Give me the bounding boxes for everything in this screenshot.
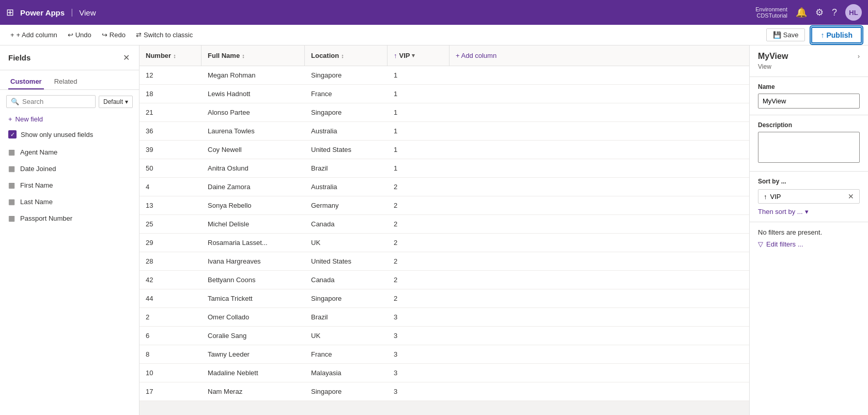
then-sort-label: Then sort by ...	[758, 208, 803, 216]
right-panel-header: MyView ›	[750, 45, 868, 63]
field-item-agent-name[interactable]: ▦ Agent Name	[0, 144, 139, 160]
tab-related[interactable]: Related	[52, 74, 80, 89]
sidebar-header: Fields ✕	[0, 45, 139, 70]
col-header-location[interactable]: Location ↕	[305, 45, 388, 66]
search-filter-dropdown[interactable]: Default ▾	[99, 96, 133, 108]
field-icon: ▦	[8, 148, 15, 156]
right-panel-expand-icon[interactable]: ›	[858, 53, 860, 60]
new-field-label: New field	[16, 115, 43, 123]
filter-icon: ▽	[758, 240, 763, 248]
table-row[interactable]: 21 Alonso Partee Singapore 1	[140, 103, 749, 122]
field-item-passport-number[interactable]: ▦ Passport Number	[0, 210, 139, 226]
col-header-vip[interactable]: ↑ VIP ▾	[388, 45, 450, 66]
show-unused-label[interactable]: Show only unused fields	[21, 131, 93, 139]
cell-location: Australia	[305, 178, 388, 196]
field-label: First Name	[20, 181, 53, 189]
table-row[interactable]: 17 Nam Meraz Singapore 3	[140, 382, 749, 401]
cell-location: France	[305, 85, 388, 103]
col-header-add[interactable]: + Add column	[450, 45, 749, 66]
then-sort-chevron-icon: ▾	[805, 208, 809, 216]
description-input[interactable]	[758, 132, 860, 163]
sidebar-tabs: Customer Related	[0, 70, 139, 90]
tab-customer[interactable]: Customer	[8, 74, 44, 89]
cell-location: Singapore	[305, 66, 388, 84]
sort-chip-icon: ↑	[764, 193, 767, 201]
table-row[interactable]: 4 Daine Zamora Australia 2	[140, 178, 749, 196]
cell-empty	[450, 271, 749, 289]
avatar[interactable]: HL	[845, 4, 862, 21]
table-row[interactable]: 8 Tawny Leeder France 3	[140, 345, 749, 364]
table-row[interactable]: 42 Bettyann Coons Canada 2	[140, 271, 749, 289]
cell-empty	[450, 215, 749, 233]
field-icon: ▦	[8, 181, 15, 189]
field-item-first-name[interactable]: ▦ First Name	[0, 177, 139, 193]
cell-fullname: Coy Newell	[202, 141, 305, 159]
publish-icon: ↑	[820, 31, 824, 39]
table-row[interactable]: 2 Omer Collado Brazil 3	[140, 308, 749, 327]
col-header-number[interactable]: Number ↕	[140, 45, 202, 66]
name-input[interactable]	[758, 94, 860, 109]
cell-location: Singapore	[305, 103, 388, 121]
cell-fullname: Sonya Rebello	[202, 196, 305, 214]
sort-chevron-vip: ▾	[412, 52, 415, 59]
add-column-button[interactable]: + + Add column	[6, 29, 61, 41]
help-icon[interactable]: ?	[832, 7, 837, 18]
switch-classic-button[interactable]: ⇄ Switch to classic	[132, 29, 197, 41]
sidebar-close-button[interactable]: ✕	[122, 52, 131, 64]
col-header-fullname[interactable]: Full Name ↕	[202, 45, 305, 66]
cell-empty	[450, 141, 749, 159]
field-list: ▦ Agent Name ▦ Date Joined ▦ First Name …	[0, 144, 139, 415]
then-sort-row[interactable]: Then sort by ... ▾	[758, 204, 860, 216]
notification-icon[interactable]: 🔔	[796, 7, 807, 18]
waffle-icon[interactable]: ⊞	[6, 7, 14, 18]
top-bar-icons: 🔔 ⚙ ? HL	[796, 4, 862, 21]
cell-empty	[450, 159, 749, 177]
cell-fullname: Michel Delisle	[202, 215, 305, 233]
show-unused-checkbox[interactable]	[8, 130, 17, 139]
description-section: Description	[750, 115, 868, 171]
no-filters-text: No filters are present.	[758, 228, 860, 236]
save-button[interactable]: 💾 Save	[766, 28, 805, 41]
add-column-label: + Add column	[17, 31, 57, 39]
search-input[interactable]	[22, 98, 91, 105]
search-box: 🔍	[6, 95, 96, 108]
table-row[interactable]: 6 Coralie Sang UK 3	[140, 327, 749, 345]
sort-chip-remove-button[interactable]: ✕	[848, 192, 854, 201]
table-row[interactable]: 13 Sonya Rebello Germany 2	[140, 196, 749, 215]
table-row[interactable]: 50 Anitra Oslund Brazil 1	[140, 159, 749, 178]
publish-button[interactable]: ↑ Publish	[811, 27, 862, 43]
col-vip-label: VIP	[399, 52, 410, 59]
cell-empty	[450, 252, 749, 270]
table-row[interactable]: 36 Laurena Towles Australia 1	[140, 122, 749, 141]
col-number-label: Number	[146, 52, 171, 59]
field-item-date-joined[interactable]: ▦ Date Joined	[0, 160, 139, 177]
cell-number: 17	[140, 382, 202, 401]
grid-body: 12 Megan Rohman Singapore 1 18 Lewis Had…	[140, 66, 749, 415]
cell-location: UK	[305, 327, 388, 345]
table-row[interactable]: 28 Ivana Hargreaves United States 2	[140, 252, 749, 271]
table-row[interactable]: 18 Lewis Hadnott France 1	[140, 85, 749, 103]
table-row[interactable]: 10 Madaline Neblett Malayasia 3	[140, 364, 749, 382]
new-field-row[interactable]: + New field	[0, 113, 139, 127]
edit-filters-button[interactable]: ▽ Edit filters ...	[758, 240, 803, 248]
table-row[interactable]: 25 Michel Delisle Canada 2	[140, 215, 749, 234]
sort-chip[interactable]: ↑ VIP ✕	[758, 189, 860, 204]
field-item-last-name[interactable]: ▦ Last Name	[0, 193, 139, 210]
switch-classic-label: Switch to classic	[144, 31, 193, 39]
cell-location: Canada	[305, 215, 388, 233]
app-name: Power Apps	[20, 8, 65, 17]
table-row[interactable]: 44 Tamica Trickett Singapore 2	[140, 289, 749, 308]
cell-empty	[450, 178, 749, 196]
redo-button[interactable]: ↪ Redo	[98, 29, 130, 41]
settings-icon[interactable]: ⚙	[815, 7, 824, 18]
cell-location: United States	[305, 141, 388, 159]
undo-button[interactable]: ↩ Undo	[64, 29, 96, 41]
table-row[interactable]: 29 Rosamaria Lasset... UK 2	[140, 234, 749, 252]
table-row[interactable]: 12 Megan Rohman Singapore 1	[140, 66, 749, 85]
sidebar: Fields ✕ Customer Related 🔍 Default ▾ + …	[0, 45, 140, 415]
cell-number: 8	[140, 345, 202, 363]
cell-fullname: Daine Zamora	[202, 178, 305, 196]
environment-info: Environment CDSTutorial	[755, 6, 787, 19]
table-row[interactable]: 39 Coy Newell United States 1	[140, 141, 749, 159]
cell-vip: 2	[388, 234, 450, 252]
